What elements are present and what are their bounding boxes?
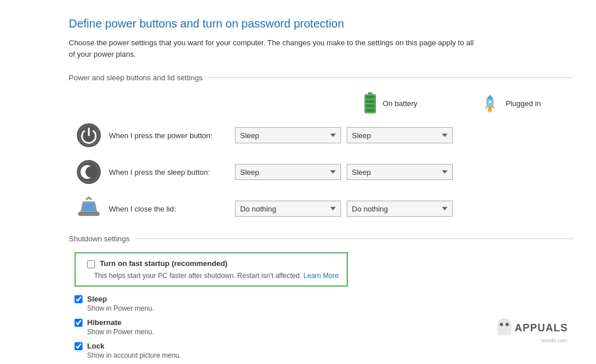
svg-marker-19 [82,203,96,211]
power-button-battery-select[interactable]: Sleep Do nothing Hibernate Shut down Tur… [235,127,341,143]
lid-battery-select[interactable]: Do nothing Sleep Hibernate Shut down Tur… [235,201,341,217]
page-title: Define power buttons and turn on passwor… [69,17,573,30]
battery-label: On battery [383,99,418,108]
lid-icon [76,196,101,221]
sleep-button-row: When I press the sleep button: Sleep Do … [69,158,573,186]
section2-header: Shutdown settings [69,234,573,243]
svg-rect-5 [366,109,374,112]
power-button-row: When I press the power button: Sleep Do … [69,121,573,150]
power-button-icon [76,123,101,148]
section1-divider [208,77,573,78]
section1-title: Power and sleep buttons and lid settings [69,73,208,82]
hibernate-checkbox-label[interactable]: Hibernate [87,318,121,327]
svg-rect-2 [366,96,374,99]
plugged-label: Plugged in [505,99,540,108]
section2-divider [135,238,573,239]
fast-startup-label[interactable]: Turn on fast startup (recommended) [100,259,228,268]
power-button-plugged-select[interactable]: Sleep Do nothing Hibernate Shut down Tur… [347,127,453,143]
columns-header: On battery Plugged in [69,91,573,115]
power-button-label: When I press the power button: [109,131,223,140]
hibernate-checkbox[interactable] [74,319,83,327]
fast-startup-box: Turn on fast startup (recommended) This … [74,252,348,287]
sleep-checkbox[interactable] [74,295,83,303]
section2-title: Shutdown settings [69,234,135,243]
sleep-button-dropdowns: Sleep Do nothing Hibernate Shut down Tur… [235,164,453,180]
lid-icon-container [74,194,103,223]
sleep-checkbox-label[interactable]: Sleep [87,295,107,303]
svg-rect-3 [366,100,374,103]
svg-point-22 [500,323,503,326]
sleep-button-icon [76,159,101,185]
appuals-logo: APPUALS wsxdn.com [493,311,579,347]
battery-icon [362,91,378,115]
learn-more-link[interactable]: Learn More [304,272,339,280]
lid-dropdowns: Do nothing Sleep Hibernate Shut down Tur… [235,201,453,217]
section1-header: Power and sleep buttons and lid settings [69,73,573,82]
svg-rect-1 [368,92,372,95]
lock-checkbox[interactable] [74,342,83,350]
svg-text:APPUALS: APPUALS [515,322,568,334]
power-button-icon-container [74,121,103,150]
lid-label: When I close the lid: [109,205,223,213]
fast-startup-desc-text: This helps start your PC faster after sh… [94,272,301,280]
svg-rect-17 [79,212,99,216]
plugged-column-header: Plugged in [453,91,567,115]
lock-checkbox-label[interactable]: Lock [87,342,104,350]
svg-rect-4 [366,104,374,108]
fast-startup-checkbox[interactable] [87,260,95,268]
lock-sub-label: Show in account picture menu. [87,351,573,359]
sleep-checkbox-row: Sleep [69,295,573,303]
sleep-button-icon-container [74,158,103,186]
svg-point-8 [488,100,492,104]
svg-point-23 [505,323,509,326]
battery-column-header: On battery [332,91,447,115]
fast-startup-row: Turn on fast startup (recommended) [81,259,339,268]
sleep-button-plugged-select[interactable]: Sleep Do nothing Hibernate Shut down Tur… [347,164,453,180]
svg-text:wsxdn.com: wsxdn.com [541,338,567,343]
lid-row: When I close the lid: Do nothing Sleep H… [69,194,573,223]
plugged-icon [479,92,501,114]
power-button-dropdowns: Sleep Do nothing Hibernate Shut down Tur… [235,127,453,143]
svg-point-12 [489,109,491,112]
lid-plugged-select[interactable]: Do nothing Sleep Hibernate Shut down Tur… [347,201,453,217]
page-description: Choose the power settings that you want … [69,37,481,60]
fast-startup-desc: This helps start your PC faster after sh… [94,272,339,280]
sleep-button-battery-select[interactable]: Sleep Do nothing Hibernate Shut down Tur… [235,164,341,180]
sleep-button-label: When I press the sleep button: [109,168,223,177]
